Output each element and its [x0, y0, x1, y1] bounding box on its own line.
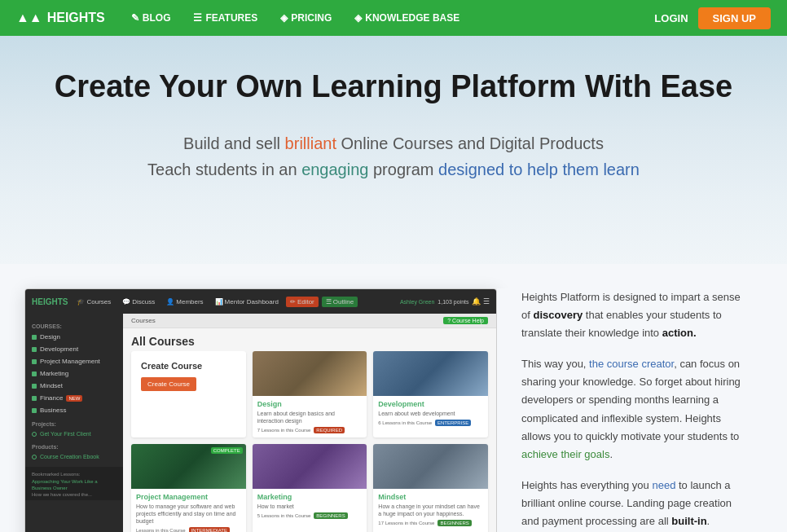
platform-points: 1,103 points — [437, 299, 468, 305]
highlight-engaging: engaging — [301, 160, 368, 178]
mindset-body: Mindset How a change in your mindset can… — [373, 489, 488, 530]
bookmarked-sub: How we have covered the... — [32, 492, 117, 497]
signup-button[interactable]: SIGN UP — [698, 7, 771, 29]
sidebar-item-business[interactable]: Business — [25, 404, 123, 416]
sidebar-dot-development — [32, 347, 37, 352]
sidebar-item-development[interactable]: Development — [25, 343, 123, 355]
development-lessons: 6 Lessons in this Course — [378, 420, 432, 425]
platform-nav-right: Ashley Green 1,103 points 🔔 ☰ — [400, 297, 490, 306]
highlight-discovery: discovery — [533, 309, 583, 321]
platform-navbar: HEIGHTS 🎓 Courses 💬 Discuss 👤 Members 📊 … — [25, 289, 496, 314]
nav-knowledge-base[interactable]: ◈ KNOWLEDGE BASE — [345, 0, 469, 36]
marketing-image — [253, 444, 367, 489]
course-card-development[interactable]: Development Learn about web development … — [373, 351, 488, 437]
course-card-pm[interactable]: COMPLETE Project Management How to manag… — [131, 444, 246, 532]
highlight-builtin: built-in — [671, 515, 706, 527]
platform-body: Courses: Design Development Project Mana… — [25, 314, 496, 532]
nav-links: ✎ BLOG ☰ FEATURES ◈ PRICING ◈ KNOWLEDGE … — [121, 0, 655, 36]
design-img-container — [253, 351, 367, 396]
knowledge-icon: ◈ — [354, 12, 362, 24]
project-circle — [32, 432, 37, 437]
sidebar-courses-label: Courses: — [25, 320, 123, 331]
marketing-badge: BEGINNERS — [314, 512, 347, 519]
highlight-need: need — [652, 479, 675, 491]
design-desc: Learn about design basics and interactio… — [257, 410, 363, 424]
platform-nav-mentor: 📊 Mentor Dashboard — [211, 297, 283, 307]
mindset-badge: BEGINNERS — [437, 520, 471, 526]
create-course-button[interactable]: Create Course — [141, 377, 196, 391]
development-image — [373, 351, 488, 396]
sidebar-dot-design — [32, 335, 37, 340]
finance-badge: NEW — [66, 395, 82, 402]
sidebar-dot-finance — [32, 396, 37, 401]
marketing-img-container — [253, 444, 367, 489]
design-body: Design Learn about design basics and int… — [253, 396, 367, 437]
hero-title: Create Your Own Learning Platform With E… — [55, 68, 732, 106]
nav-features[interactable]: ☰ FEATURES — [183, 0, 267, 36]
mindset-title: Mindset — [378, 493, 483, 501]
design-image — [253, 351, 367, 396]
blog-icon: ✎ — [131, 12, 139, 24]
highlight-creator: the course creator — [589, 358, 674, 370]
logo-icon: ▲▲ — [16, 11, 42, 25]
pm-complete-badge: COMPLETE — [211, 447, 243, 454]
highlight-action: action. — [662, 327, 697, 339]
sidebar-product-ebook[interactable]: Course Creation Ebook — [25, 451, 123, 462]
navbar: ▲▲ HEIGHTS ✎ BLOG ☰ FEATURES ◈ PRICING ◈… — [0, 0, 787, 36]
pm-stats: Lessons in this Course INTERMEDIATE — [136, 527, 241, 532]
marketing-stats: 5 Lessons in this Course BEGINNERS — [257, 512, 363, 519]
sidebar-item-pm[interactable]: Project Management — [25, 355, 123, 367]
sidebar-item-marketing[interactable]: Marketing — [25, 367, 123, 380]
platform-logo: HEIGHTS — [32, 297, 68, 306]
design-badge: REQUIRED — [314, 427, 345, 433]
sidebar-project-first-client[interactable]: Get Your First Client — [25, 429, 123, 439]
nav-blog[interactable]: ✎ BLOG — [121, 0, 181, 36]
sidebar-products-label: Products: — [25, 439, 123, 451]
features-icon: ☰ — [193, 12, 202, 24]
bookmarked-lessons-section: Bookmarked Lessons: Approaching Your Wor… — [25, 467, 123, 500]
platform-icons: 🔔 ☰ — [472, 297, 490, 306]
nav-logo[interactable]: ▲▲ HEIGHTS — [16, 11, 105, 25]
mindset-image — [373, 444, 488, 489]
platform-nav-outline: ☰ Outline — [322, 297, 358, 307]
right-para2: This way you, the course creator, can fo… — [521, 355, 750, 464]
courses-grid: Create Course Create Course Design Learn… — [123, 351, 496, 532]
right-para3: Heights has everything you need to launc… — [521, 477, 750, 530]
bookmarked-item[interactable]: Approaching Your Work Like a Business Ow… — [32, 478, 117, 492]
sidebar-dot-mindset — [32, 384, 37, 389]
help-button[interactable]: ? Course Help — [443, 317, 488, 324]
platform-nav-courses: 🎓 Courses — [73, 297, 115, 307]
mindset-stats: 17 Lessons in this Course BEGINNERS — [378, 520, 483, 526]
development-desc: Learn about web development — [378, 410, 483, 417]
marketing-lessons: 5 Lessons in this Course — [257, 513, 311, 518]
platform-nav-edit: ✏ Editor — [286, 297, 319, 307]
sidebar-item-mindset[interactable]: Mindset — [25, 380, 123, 392]
course-card-design[interactable]: Design Learn about design basics and int… — [253, 351, 367, 437]
sidebar-item-design[interactable]: Design — [25, 331, 123, 343]
platform-user: Ashley Green — [400, 299, 434, 305]
platform-page-title: All Courses — [123, 328, 496, 351]
mindset-lessons: 17 Lessons in this Course — [378, 521, 434, 525]
dev-img-container — [373, 351, 488, 396]
design-title: Design — [257, 400, 363, 408]
sidebar-item-finance[interactable]: Finance NEW — [25, 392, 123, 404]
content-area: HEIGHTS 🎓 Courses 💬 Discuss 👤 Members 📊 … — [0, 264, 787, 532]
mindset-desc: How a change in your mindset can have a … — [378, 503, 483, 517]
create-course-card: Create Course Create Course — [131, 351, 246, 437]
nav-pricing[interactable]: ◈ PRICING — [270, 0, 341, 36]
pm-title: Project Management — [136, 493, 241, 501]
design-stats: 7 Lessons in this Course REQUIRED — [257, 427, 363, 433]
hero-section: Create Your Own Learning Platform With E… — [0, 36, 787, 264]
highlight-brilliant: brilliant — [285, 134, 336, 152]
platform-sidebar: Courses: Design Development Project Mana… — [25, 314, 123, 532]
hero-subtitle: Build and sell brilliant Online Courses … — [147, 130, 640, 182]
development-stats: 6 Lessons in this Course ENTERPRISE — [378, 420, 483, 426]
pricing-icon: ◈ — [280, 12, 288, 24]
course-card-mindset[interactable]: Mindset How a change in your mindset can… — [373, 444, 488, 532]
marketing-desc: How to market — [257, 503, 363, 510]
product-circle — [32, 455, 37, 459]
sidebar-dot-business — [32, 408, 37, 413]
course-card-marketing[interactable]: Marketing How to market 5 Lessons in thi… — [253, 444, 367, 532]
login-button[interactable]: LOGIN — [654, 12, 688, 24]
sidebar-dot-marketing — [32, 372, 37, 376]
